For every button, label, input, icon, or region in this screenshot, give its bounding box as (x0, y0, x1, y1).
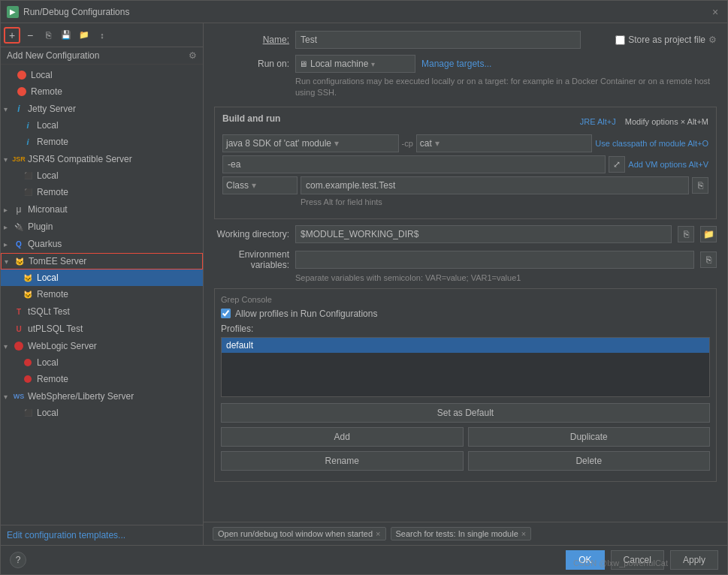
duplicate-profile-button[interactable]: Duplicate (468, 427, 711, 447)
delete-profile-button[interactable]: Delete (468, 451, 711, 471)
cp-label: -cp (402, 139, 413, 148)
tree-item-jsr-remote[interactable]: ⬛ Remote (1, 184, 203, 200)
tag-run-debug-close[interactable]: × (376, 529, 380, 538)
micronaut-group: ▸ μ Micronaut (1, 201, 203, 218)
jetty-label: Jetty Server (28, 104, 76, 114)
use-classpath-label[interactable]: Use classpath of module Alt+O (595, 139, 708, 148)
weblogic-group: ▾ WebLogic Server Local Remote (1, 338, 203, 387)
edit-templates-link[interactable]: Edit configuration templates... (1, 525, 203, 545)
cp-select[interactable]: cat ▾ (416, 134, 593, 152)
sdk-select[interactable]: java 8 SDK of 'cat' module ▾ (222, 134, 399, 152)
env-input[interactable] (295, 251, 694, 269)
plugin-arrow: ▸ (4, 223, 13, 231)
tag-search-tests-close[interactable]: × (521, 529, 526, 538)
tree-item-websphere-local[interactable]: ⬛ Local (1, 405, 203, 421)
store-settings-icon[interactable]: ⚙ (708, 35, 717, 45)
class-input[interactable] (301, 176, 689, 194)
sort-config-button[interactable]: ↕ (94, 27, 110, 44)
folder-config-button[interactable]: 📁 (76, 27, 92, 44)
tree-item-tomee-remote[interactable]: 🐱 Remote (1, 286, 203, 303)
class-type-select[interactable]: Class ▾ (222, 176, 298, 194)
tree-item-jetty-remote[interactable]: i Remote (1, 134, 203, 150)
env-copy-btn[interactable]: ⎘ (700, 251, 717, 268)
weblogic-local-icon (22, 357, 34, 369)
help-button[interactable]: ? (10, 552, 26, 568)
watermark: CSDN @lxw_powerfulCat (573, 558, 668, 567)
apply-button[interactable]: Apply (670, 550, 718, 570)
run-on-label: Run on: (214, 59, 289, 69)
class-type-arrow: ▾ (252, 180, 256, 191)
jsr45-arrow: ▾ (4, 155, 13, 164)
class-copy-btn[interactable]: ⎘ (692, 177, 708, 194)
vm-expand-btn[interactable]: ⤢ (609, 156, 625, 173)
tree-item-jetty-local[interactable]: i Local (1, 117, 203, 134)
store-checkbox-row: Store as project file ⚙ (615, 35, 717, 45)
quarkus-header[interactable]: ▸ Q Quarkus (1, 236, 203, 252)
jsr-local-icon: ⬛ (22, 170, 34, 182)
working-dir-label: Working directory: (214, 229, 289, 239)
working-dir-folder-btn[interactable]: 📁 (700, 226, 717, 242)
grep-checkbox-row: Allow profiles in Run Configurations (221, 309, 710, 319)
grep-checkbox[interactable] (221, 309, 231, 318)
title-bar-left: ▶ Run/Debug Configurations (7, 6, 129, 18)
plugin-header[interactable]: ▸ 🔌 Plugin (1, 218, 203, 235)
tree-item-local-1[interactable]: Local (1, 67, 203, 83)
remove-config-button[interactable]: − (22, 27, 38, 44)
copy-config-button[interactable]: ⎘ (40, 27, 56, 44)
store-checkbox[interactable] (615, 35, 625, 45)
add-config-button[interactable]: + (4, 27, 20, 44)
weblogic-local-label: Local (37, 357, 59, 368)
tree-item-jsr-local[interactable]: ⬛ Local (1, 167, 203, 184)
quarkus-arrow: ▸ (4, 240, 13, 248)
set-default-button[interactable]: Set as Default (221, 403, 710, 423)
run-on-select[interactable]: 🖥 Local machine ▾ (295, 55, 415, 73)
config-settings-icon: ⚙ (189, 50, 197, 61)
profiles-label: Profiles: (221, 324, 710, 334)
action-btns-row: Add Duplicate (221, 427, 710, 447)
working-dir-input[interactable] (295, 225, 672, 243)
tree-item-tomee-local[interactable]: 🐱 Local (1, 269, 203, 286)
tree-item-remote-1[interactable]: Remote (1, 83, 203, 100)
tomee-group: ▾ 🐱 TomEE Server 🐱 Local 🐱 Remote (1, 253, 203, 303)
name-label: Name: (214, 35, 289, 45)
tomee-header[interactable]: ▾ 🐱 TomEE Server (1, 253, 203, 269)
profile-default[interactable]: default (222, 338, 709, 353)
micronaut-header[interactable]: ▸ μ Micronaut (1, 201, 203, 218)
vm-row: ⤢ Add VM options Alt+V (222, 155, 708, 173)
tsqlt-header[interactable]: T tSQLt Test (1, 303, 203, 320)
save-config-button[interactable]: 💾 (58, 27, 74, 44)
jsr45-header[interactable]: ▾ JSR JSR45 Compatible Server (1, 151, 203, 167)
name-input[interactable] (295, 31, 581, 49)
class-row: Class ▾ ⎘ (222, 176, 708, 194)
weblogic-label: WebLogic Server (28, 341, 97, 351)
jre-label[interactable]: JRE Alt+J (580, 117, 616, 126)
utplsql-header[interactable]: U utPLSQL Test (1, 321, 203, 337)
dialog-title: Run/Debug Configurations (23, 7, 129, 17)
toolbar: + − ⎘ 💾 📁 ↕ (1, 23, 203, 47)
env-sep-text: Separate variables with semicolon: VAR=v… (295, 273, 717, 282)
modify-options-label[interactable]: Modify options × Alt+M (625, 117, 708, 126)
add-profile-button[interactable]: Add (221, 427, 464, 447)
add-vm-options-label[interactable]: Add VM options Alt+V (628, 160, 708, 169)
vm-input[interactable] (222, 155, 606, 173)
jetty-server-header[interactable]: ▾ i Jetty Server (1, 101, 203, 117)
grep-title: Grep Console (221, 295, 710, 304)
websphere-header[interactable]: ▾ WS WebSphere/Liberty Server (1, 388, 203, 405)
close-button[interactable]: × (709, 6, 721, 18)
tree-item-weblogic-remote[interactable]: Remote (1, 371, 203, 387)
env-label: Environment variables: (214, 249, 289, 270)
working-dir-browse-btn[interactable]: ⎘ (678, 226, 694, 242)
weblogic-header[interactable]: ▾ WebLogic Server (1, 338, 203, 354)
tomee-remote-icon: 🐱 (22, 288, 34, 300)
tree-item-weblogic-local[interactable]: Local (1, 354, 203, 371)
title-bar: ▶ Run/Debug Configurations × (1, 1, 727, 23)
rename-profile-button[interactable]: Rename (221, 451, 464, 471)
build-run-title: Build and run (222, 113, 280, 124)
tag-search-tests-text: Search for tests: In single module (396, 529, 518, 538)
weblogic-icon (13, 340, 25, 352)
build-run-title-row: Build and run JRE Alt+J Modify options ×… (222, 113, 708, 130)
manage-targets-link[interactable]: Manage targets... (421, 59, 491, 69)
tomee-remote-label: Remote (37, 289, 68, 300)
profiles-list: default (221, 337, 710, 397)
utplsql-group: U utPLSQL Test (1, 321, 203, 337)
